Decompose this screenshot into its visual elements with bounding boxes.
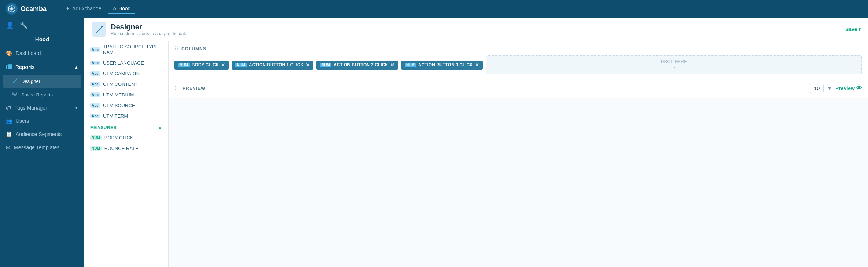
brand: Ocamba — [6, 3, 47, 15]
svg-point-7 — [16, 78, 17, 79]
measure-body-click[interactable]: NUM BODY CLICK — [84, 132, 168, 143]
preview-content-area — [169, 98, 868, 267]
designer-header-icon — [92, 22, 106, 37]
type-abc-badge: Abc — [90, 103, 100, 108]
type-abc-badge: Abc — [90, 92, 100, 97]
preview-section-title: PREVIEW — [183, 86, 205, 91]
nav-hood[interactable]: ⌂ Hood — [108, 4, 135, 14]
dim-user-language[interactable]: Abc USER LANGUAGE — [84, 58, 168, 68]
nav-adexchange[interactable]: ✦ AdExchange — [61, 4, 106, 14]
svg-rect-5 — [8, 65, 10, 69]
col-type-badge: NUM — [405, 63, 416, 67]
saved-reports-icon — [12, 91, 18, 98]
columns-drag-handle: ⠿ — [174, 46, 179, 52]
sidebar-item-tags-manager[interactable]: 🏷 Tags Manager ▼ — [0, 101, 84, 114]
eye-icon: 👁 — [856, 85, 862, 92]
preview-count[interactable]: 10 — [810, 84, 824, 93]
columns-section-title: ⠿ COLUMNS — [174, 46, 862, 52]
type-abc-badge: Abc — [90, 71, 100, 76]
sidebar-icon-row: 👤 🔧 — [0, 18, 84, 33]
type-num-badge: NUM — [90, 135, 102, 140]
svg-point-10 — [101, 26, 103, 27]
brand-name: Ocamba — [21, 5, 47, 13]
column-action-btn-2[interactable]: NUM ACTION BUTTON 2 CLICK ✕ — [316, 61, 398, 70]
col-close-icon[interactable]: ✕ — [390, 62, 394, 68]
column-action-btn-3[interactable]: NUM ACTION BUTTON 3 CLICK ✕ — [401, 61, 483, 70]
designer-icon — [12, 78, 18, 85]
audience-icon: 📋 — [6, 131, 12, 137]
brand-icon — [6, 3, 18, 15]
preview-dropdown-arrow[interactable]: ▼ — [827, 85, 832, 92]
dim-utm-term[interactable]: Abc UTM TERM — [84, 111, 168, 121]
column-body-click[interactable]: NUM BODY CLICK ✕ — [174, 61, 229, 70]
col-close-icon[interactable]: ✕ — [221, 62, 225, 68]
sidebar-item-dashboard[interactable]: 🎨 Dashboard — [0, 47, 84, 60]
page-header: Designer Run custom reports to analyze t… — [84, 18, 868, 41]
dim-utm-medium[interactable]: Abc UTM MEDIUM — [84, 89, 168, 100]
page-subtitle: Run custom reports to analyze the data — [111, 31, 187, 36]
sidebar-item-reports[interactable]: Reports ▲ — [0, 60, 84, 74]
page-header-text: Designer Run custom reports to analyze t… — [111, 23, 187, 36]
type-abc-badge: Abc — [90, 82, 100, 87]
top-nav-items: ✦ AdExchange ⌂ Hood — [61, 4, 135, 14]
right-panel: ⠿ COLUMNS NUM BODY CLICK ✕ NUM ACTION BU… — [169, 41, 868, 267]
preview-drag-handle: ⠿ — [174, 85, 178, 91]
sidebar-item-message-templates[interactable]: ✉ Message Templates — [0, 141, 84, 154]
col-type-badge: NUM — [178, 63, 190, 67]
reports-arrow: ▲ — [74, 65, 78, 70]
measure-bounce-rate[interactable]: NUM BOUNCE RATE — [84, 143, 168, 154]
dashboard-icon: 🎨 — [6, 50, 12, 56]
message-icon: ✉ — [6, 145, 10, 150]
content-area: Designer Run custom reports to analyze t… — [84, 18, 868, 267]
drop-icon: ⠿ — [672, 65, 676, 71]
tools-icon[interactable]: 🔧 — [20, 21, 28, 29]
save-report-link[interactable]: Save r — [845, 26, 861, 32]
dim-utm-campaign[interactable]: Abc UTM CAMPAIGN — [84, 68, 168, 79]
col-type-badge: NUM — [320, 63, 331, 67]
type-num-badge: NUM — [90, 146, 102, 151]
hood-icon: ⌂ — [113, 6, 116, 11]
split-panel: Abc TRAFFIC SOURCE TYPE NAME Abc USER LA… — [84, 41, 868, 267]
svg-rect-6 — [10, 64, 12, 69]
tags-icon: 🏷 — [6, 105, 11, 111]
preview-button[interactable]: Preview 👁 — [835, 85, 862, 92]
left-panel: Abc TRAFFIC SOURCE TYPE NAME Abc USER LA… — [84, 41, 169, 267]
top-nav: Ocamba ✦ AdExchange ⌂ Hood — [0, 0, 868, 18]
columns-section: ⠿ COLUMNS NUM BODY CLICK ✕ NUM ACTION BU… — [169, 41, 868, 79]
sidebar-subitem-designer[interactable]: Designer — [3, 75, 81, 88]
page-title: Designer — [111, 23, 187, 31]
type-abc-badge: Abc — [90, 114, 100, 118]
main-layout: 👤 🔧 Hood 🎨 Dashboard Reports ▲ — [0, 18, 868, 267]
dim-utm-content[interactable]: Abc UTM CONTENT — [84, 79, 168, 89]
users-icon: 👥 — [6, 118, 12, 124]
type-abc-badge: Abc — [90, 47, 100, 52]
columns-row: NUM BODY CLICK ✕ NUM ACTION BUTTON 1 CLI… — [174, 55, 862, 74]
col-close-icon[interactable]: ✕ — [475, 62, 479, 68]
reports-icon — [6, 63, 12, 70]
col-close-icon[interactable]: ✕ — [306, 62, 310, 68]
type-abc-badge: Abc — [90, 61, 100, 65]
adexchange-icon: ✦ — [66, 6, 70, 11]
sidebar-item-users[interactable]: 👥 Users — [0, 114, 84, 128]
sidebar: 👤 🔧 Hood 🎨 Dashboard Reports ▲ — [0, 18, 84, 267]
person-icon[interactable]: 👤 — [6, 21, 14, 29]
col-type-badge: NUM — [235, 63, 247, 67]
dim-utm-source[interactable]: Abc UTM SOURCE — [84, 100, 168, 111]
dim-traffic-source[interactable]: Abc TRAFFIC SOURCE TYPE NAME — [84, 41, 168, 58]
sidebar-subitem-saved-reports[interactable]: Saved Reports — [0, 88, 84, 101]
svg-rect-4 — [6, 66, 7, 69]
sidebar-section-title: Hood — [0, 33, 84, 47]
preview-section: ⠿ PREVIEW 10 ▼ Preview 👁 — [169, 79, 868, 98]
column-action-btn-1[interactable]: NUM ACTION BUTTON 1 CLICK ✕ — [232, 61, 313, 70]
measures-header: MEASURES ▲ — [84, 121, 168, 132]
page-header-left: Designer Run custom reports to analyze t… — [92, 22, 187, 37]
preview-controls: 10 ▼ Preview 👁 — [810, 84, 862, 93]
tags-arrow: ▼ — [74, 105, 78, 110]
columns-drop-zone: DROP HERE ⠿ — [486, 55, 862, 74]
measures-chevron[interactable]: ▲ — [158, 125, 162, 130]
sidebar-item-audience-segments[interactable]: 📋 Audience Segments — [0, 128, 84, 141]
